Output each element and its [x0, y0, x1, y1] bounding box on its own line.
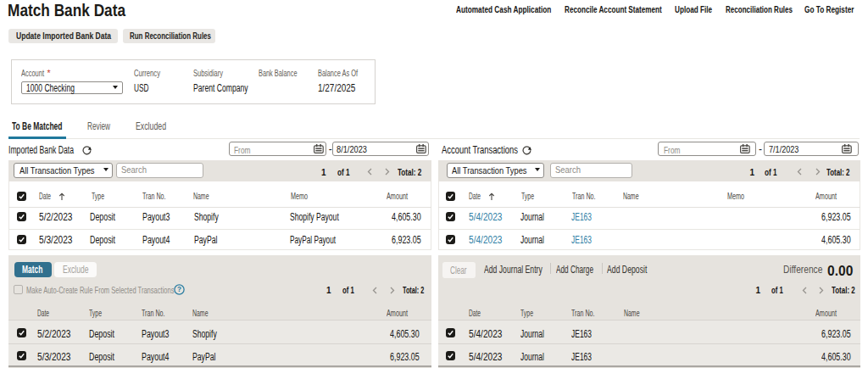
- svg-text:?: ?: [177, 287, 181, 294]
